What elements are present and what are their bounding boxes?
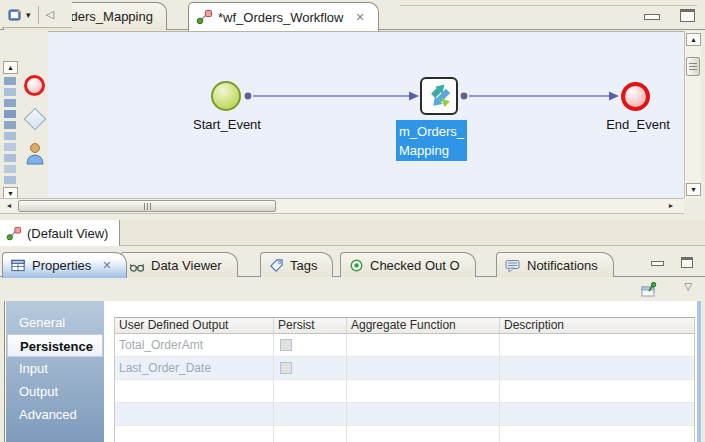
tab-tags[interactable]: Tags — [260, 252, 333, 277]
workflow-icon — [6, 226, 21, 241]
tab-label: Checked Out O — [370, 258, 460, 273]
cell-empty[interactable] — [500, 380, 694, 402]
task-label-line2: Mapping — [399, 141, 467, 160]
vertical-scrollbar[interactable]: ▲ ▼ — [684, 31, 701, 198]
cell-empty[interactable] — [347, 403, 500, 425]
sidebar-item-general[interactable]: General — [6, 311, 104, 334]
cell-aggregate-function[interactable] — [347, 334, 500, 356]
palette-collapse-icon[interactable]: ◁ — [46, 8, 54, 21]
persist-checkbox[interactable] — [280, 339, 292, 351]
cell-empty[interactable] — [115, 403, 274, 425]
mapping-task-icon — [426, 83, 452, 109]
close-icon[interactable]: ✕ — [102, 259, 111, 272]
tab-data-viewer[interactable]: Data Viewer — [120, 252, 238, 277]
palette-item-swatch[interactable] — [4, 77, 16, 85]
view-menu-icon[interactable]: ▽ — [684, 281, 692, 292]
cell-empty[interactable] — [115, 426, 274, 442]
sidebar-item-persistence[interactable]: Persistence — [7, 334, 103, 357]
cell-empty[interactable] — [347, 426, 500, 442]
tab-label: Tags — [290, 258, 317, 273]
gateway-tool-icon[interactable] — [23, 108, 46, 131]
end-event-tool-icon[interactable] — [24, 75, 45, 96]
sidebar-item-advanced[interactable]: Advanced — [6, 403, 104, 426]
cell-persist[interactable] — [274, 334, 347, 356]
tab-notifications[interactable]: Notifications — [496, 252, 614, 277]
tab-label: Notifications — [527, 258, 598, 273]
workflow-canvas[interactable]: Start_Event m_Orders_ Mapping End_Event — [48, 31, 684, 198]
mapping-task-label-selected[interactable]: m_Orders_ Mapping — [396, 120, 467, 161]
cell-empty[interactable] — [274, 403, 347, 425]
sidebar-item-output[interactable]: Output — [6, 380, 104, 403]
table-row: Last_Order_Date — [115, 357, 694, 380]
tab-properties[interactable]: Properties ✕ — [2, 252, 127, 278]
cell-output-name[interactable]: Total_OrderAmt — [115, 334, 274, 356]
palette-book-icon[interactable] — [7, 7, 23, 23]
view-window-buttons — [651, 257, 693, 268]
table-header: User Defined Output Persist Aggregate Fu… — [115, 318, 694, 334]
connector-lines — [48, 32, 684, 199]
minimize-button[interactable] — [644, 14, 660, 20]
chevron-down-icon[interactable]: ▾ — [26, 10, 31, 20]
tab-wf-orders-workflow[interactable]: *wf_Orders_Workflow ✕ — [188, 2, 379, 31]
palette-item-swatch[interactable] — [4, 154, 16, 162]
cell-empty[interactable] — [274, 426, 347, 442]
scroll-down-icon[interactable]: ▼ — [686, 183, 701, 196]
cell-empty[interactable] — [115, 380, 274, 402]
close-icon[interactable]: ✕ — [355, 11, 364, 24]
workflow-palette: ▲ ▼ — [0, 31, 48, 198]
cell-empty[interactable] — [500, 426, 694, 442]
data-viewer-glasses-icon — [129, 258, 145, 273]
tab-checked-out[interactable]: Checked Out O — [340, 252, 476, 277]
cell-empty[interactable] — [274, 380, 347, 402]
palette-item-swatch[interactable] — [4, 121, 16, 129]
sidebar-item-input[interactable]: Input — [6, 357, 104, 380]
start-event-node[interactable] — [211, 81, 241, 111]
maximize-button[interactable] — [680, 9, 695, 22]
palette-item-swatch[interactable] — [4, 143, 16, 151]
palette-item-swatch[interactable] — [4, 99, 16, 107]
cell-empty[interactable] — [500, 403, 694, 425]
palette-item-swatch[interactable] — [4, 110, 16, 118]
tab-label: Properties — [32, 258, 91, 273]
properties-sidebar: General Persistence Input Output Advance… — [6, 301, 104, 442]
cell-persist[interactable] — [274, 357, 347, 379]
pin-window-icon — [641, 281, 658, 298]
left-edge — [0, 301, 5, 442]
editor-tab-bar: *m_Orders_Mapping *wf_Orders_Workflow ✕ — [0, 0, 705, 30]
palette-item-swatch[interactable] — [4, 176, 16, 184]
mapping-task-node[interactable] — [420, 77, 458, 115]
scroll-right-icon[interactable]: ► — [664, 200, 678, 213]
editor-window-buttons — [644, 9, 695, 22]
view-toolbar: ▽ — [0, 278, 705, 301]
cell-output-name[interactable]: Last_Order_Date — [115, 357, 274, 379]
column-header-user-defined-output[interactable]: User Defined Output — [115, 318, 274, 333]
pin-editor-button[interactable] — [640, 280, 659, 299]
column-header-persist[interactable]: Persist — [274, 318, 347, 333]
default-view-tab[interactable]: (Default View) — [0, 220, 120, 246]
persist-checkbox[interactable] — [280, 362, 292, 374]
palette-scroll-up-button[interactable]: ▲ — [3, 61, 18, 74]
scroll-left-icon[interactable]: ◄ — [2, 200, 16, 213]
tab-label: *wf_Orders_Workflow — [218, 10, 343, 25]
cell-description[interactable] — [500, 357, 694, 379]
application-window: *m_Orders_Mapping *wf_Orders_Workflow ✕ … — [0, 0, 705, 442]
palette-item-swatch[interactable] — [4, 165, 16, 173]
palette-item-swatch[interactable] — [4, 88, 16, 96]
cell-empty[interactable] — [347, 380, 500, 402]
palette-item-swatch[interactable] — [4, 132, 16, 140]
cell-description[interactable] — [500, 334, 694, 356]
maximize-button[interactable] — [681, 257, 693, 268]
right-edge — [701, 301, 705, 442]
human-task-tool-icon[interactable] — [25, 142, 45, 165]
minimize-button[interactable] — [651, 261, 664, 266]
horizontal-scrollbar-thumb[interactable] — [18, 200, 276, 212]
scroll-up-icon[interactable]: ▲ — [686, 33, 701, 46]
column-header-aggregate-function[interactable]: Aggregate Function — [347, 318, 500, 333]
end-event-node[interactable] — [621, 82, 650, 111]
tab-area-top-border — [400, 5, 697, 6]
notifications-bubble-icon — [505, 257, 521, 273]
horizontal-scrollbar[interactable]: ◄ ► — [0, 198, 684, 214]
vertical-scrollbar-thumb[interactable] — [686, 57, 700, 76]
cell-aggregate-function[interactable] — [347, 357, 500, 379]
column-header-description[interactable]: Description — [500, 318, 694, 333]
